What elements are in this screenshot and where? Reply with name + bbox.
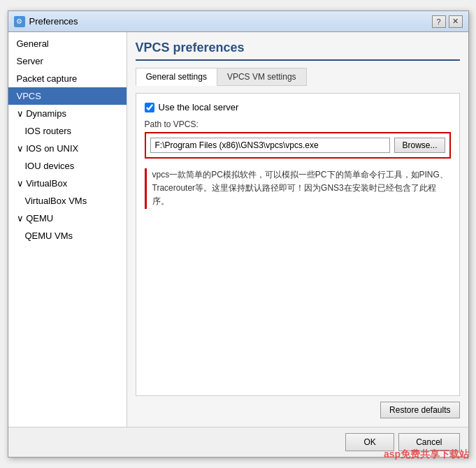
- chevron-icon-qemu: ∨: [17, 213, 27, 224]
- sidebar-item-ios-on-unix[interactable]: ∨ IOS on UNIX: [8, 140, 127, 157]
- use-local-server-checkbox[interactable]: [145, 103, 154, 112]
- tabs-row: General settings VPCS VM settings: [136, 68, 460, 86]
- path-row: Browse...: [150, 138, 445, 153]
- window-icon: ⚙: [14, 16, 25, 27]
- window-title: Preferences: [29, 16, 78, 27]
- sidebar-item-vpcs[interactable]: VPCS: [8, 87, 127, 105]
- cancel-button[interactable]: Cancel: [398, 433, 459, 451]
- browse-button[interactable]: Browse...: [394, 138, 445, 153]
- path-input[interactable]: [150, 138, 391, 153]
- sidebar-item-dynamips[interactable]: ∨ Dynamips: [8, 105, 127, 122]
- dialog-buttons: OK Cancel: [345, 433, 459, 451]
- panel-title: VPCS preferences: [136, 41, 460, 61]
- sidebar-item-virtualbox[interactable]: ∨ VirtualBox: [8, 175, 127, 192]
- sidebar-item-virtualbox-vms[interactable]: VirtualBox VMs: [8, 192, 127, 210]
- tab-vpcs-vm-settings[interactable]: VPCS VM settings: [217, 68, 307, 86]
- titlebar: ⚙ Preferences ? ✕: [8, 11, 468, 32]
- chevron-icon-ios: ∨: [17, 143, 27, 154]
- sidebar-item-iou-devices[interactable]: IOU devices: [8, 157, 127, 175]
- content-area: General Server Packet capture VPCS ∨ Dyn…: [8, 32, 468, 427]
- sidebar-item-server[interactable]: Server: [8, 52, 127, 70]
- path-label: Path to VPCS:: [145, 119, 451, 129]
- chevron-icon-dynamips: ∨: [17, 108, 27, 119]
- sidebar: General Server Packet capture VPCS ∨ Dyn…: [8, 32, 127, 427]
- description-text: vpcs一款简单的PC模拟软件，可以模拟一些PC下的简单命令行工具，如PING、…: [145, 168, 451, 209]
- chevron-icon-virtualbox: ∨: [17, 178, 27, 189]
- use-local-server-row: Use the local server: [145, 102, 451, 112]
- titlebar-buttons: ? ✕: [432, 15, 463, 28]
- sidebar-item-qemu[interactable]: ∨ QEMU: [8, 210, 127, 227]
- restore-defaults-button[interactable]: Restore defaults: [380, 402, 459, 418]
- sidebar-item-ios-routers[interactable]: IOS routers: [8, 122, 127, 140]
- close-button[interactable]: ✕: [449, 15, 463, 28]
- help-button[interactable]: ?: [432, 15, 446, 28]
- path-box: Browse...: [145, 132, 451, 159]
- sidebar-item-general[interactable]: General: [8, 35, 127, 52]
- settings-box: Use the local server Path to VPCS: Brows…: [136, 93, 460, 396]
- restore-area: Restore defaults: [136, 402, 460, 418]
- preferences-window: ⚙ Preferences ? ✕ General Server Packet …: [8, 10, 469, 458]
- use-local-server-label[interactable]: Use the local server: [159, 102, 239, 112]
- titlebar-left: ⚙ Preferences: [14, 16, 78, 27]
- ok-button[interactable]: OK: [345, 433, 394, 451]
- tab-general-settings[interactable]: General settings: [136, 68, 217, 86]
- bottom-bar: OK Cancel: [8, 427, 468, 457]
- main-panel: VPCS preferences General settings VPCS V…: [127, 32, 468, 427]
- sidebar-item-packet-capture[interactable]: Packet capture: [8, 70, 127, 87]
- sidebar-item-qemu-vms[interactable]: QEMU VMs: [8, 227, 127, 244]
